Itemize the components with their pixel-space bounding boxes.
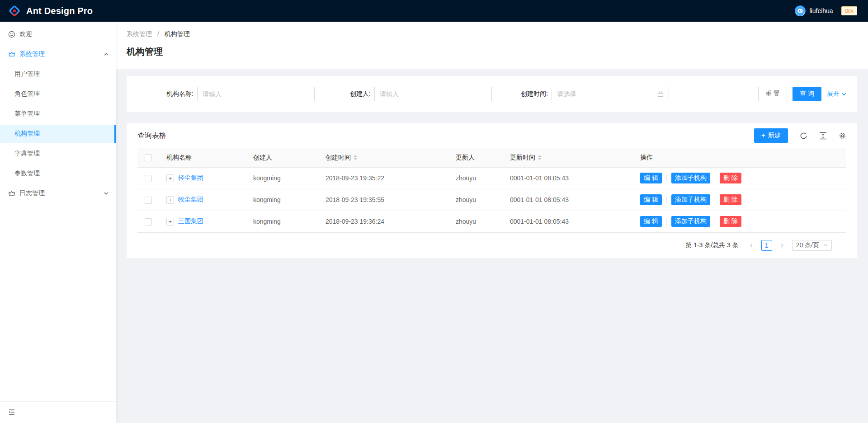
page-size-label: 20 条/页 [796, 241, 819, 249]
table-title: 查询表格 [137, 131, 166, 141]
main-content: 系统管理 / 机构管理 机构管理 机构名称: 创建人: [116, 22, 868, 423]
create-time-picker[interactable] [552, 87, 669, 101]
updater-cell: zhouyu [448, 189, 503, 211]
toolbar-actions: + 新建 [754, 128, 846, 143]
new-button[interactable]: + 新建 [754, 128, 788, 143]
updater-cell: zhouyu [448, 167, 503, 189]
sidebar-item-user-mgmt[interactable]: 用户管理 [0, 65, 116, 83]
search-form: 机构名称: 创建人: 创建时间: [127, 76, 857, 112]
expand-row-button[interactable]: + [166, 196, 174, 204]
env-tag: dev [841, 6, 857, 15]
org-name-link[interactable]: 三国集团 [178, 217, 203, 226]
creator-label: 创建人: [315, 90, 371, 98]
org-name-label: 机构名称: [137, 90, 193, 98]
delete-button[interactable]: 删 除 [720, 194, 741, 205]
app-root: Ant Design Pro liufeihua dev [0, 0, 868, 423]
table-header-row: 机构名称 创建人 创建时间 更新人 更新时间 [137, 148, 846, 167]
query-button[interactable]: 查 询 [793, 87, 821, 101]
creator-cell: kongming [246, 189, 318, 211]
breadcrumb-separator: / [157, 30, 159, 38]
reset-button[interactable]: 重 置 [758, 87, 787, 101]
content-area: 机构名称: 创建人: 创建时间: [116, 69, 868, 269]
table-row: +轻尘集团 kongming 2018-09-23 19:35:22 zhouy… [137, 167, 846, 189]
sidebar-item-org-mgmt[interactable]: 机构管理 [0, 125, 116, 143]
sidebar-item-menu-mgmt[interactable]: 菜单管理 [0, 105, 116, 123]
add-child-org-button[interactable]: 添加子机构 [671, 216, 710, 227]
expand-link[interactable]: 展开 [827, 90, 846, 98]
density-icon[interactable] [819, 132, 827, 140]
next-page-button[interactable] [777, 240, 788, 251]
column-header-updated-at[interactable]: 更新时间 [503, 148, 633, 167]
org-name-input[interactable] [197, 87, 315, 101]
prev-page-button[interactable] [746, 240, 757, 251]
select-all-checkbox[interactable] [145, 154, 152, 161]
action-divider [666, 175, 667, 181]
page-size-select[interactable]: 20 条/页 [792, 240, 832, 251]
page-title: 机构管理 [127, 44, 857, 59]
table-toolbar: 查询表格 + 新建 [127, 123, 857, 148]
chevron-up-icon [104, 52, 108, 56]
create-time-input[interactable] [557, 90, 657, 98]
expand-row-button[interactable]: + [166, 174, 174, 182]
sidebar-item-label: 字典管理 [14, 150, 40, 158]
breadcrumb-item-current: 机构管理 [165, 30, 190, 38]
sidebar-item-label: 菜单管理 [14, 110, 40, 118]
column-header-creator: 创建人 [246, 148, 318, 167]
sort-icons [354, 155, 357, 160]
settings-icon[interactable] [839, 132, 846, 140]
row-checkbox[interactable] [145, 197, 152, 204]
sidebar-item-param-mgmt[interactable]: 参数管理 [0, 164, 116, 183]
new-button-label: 新建 [768, 132, 781, 140]
reload-icon[interactable] [800, 132, 807, 140]
calendar-icon [657, 91, 664, 97]
crown-icon [8, 190, 15, 197]
created-at-cell: 2018-09-23 19:35:22 [318, 167, 448, 189]
sidebar-item-label: 参数管理 [14, 169, 40, 178]
form-item-creator: 创建人: [315, 87, 492, 101]
row-checkbox[interactable] [145, 218, 152, 226]
sidebar-submenu-log[interactable]: 日志管理 [0, 184, 116, 202]
edit-button[interactable]: 编 辑 [640, 194, 662, 205]
action-divider [715, 197, 715, 203]
org-name-link[interactable]: 轻尘集团 [178, 174, 203, 182]
sidebar-item-role-mgmt[interactable]: 角色管理 [0, 85, 116, 103]
creator-cell: kongming [246, 211, 318, 232]
edit-button[interactable]: 编 辑 [640, 173, 662, 183]
page-header: 系统管理 / 机构管理 机构管理 [116, 22, 868, 69]
table-card: 查询表格 + 新建 [127, 123, 857, 258]
user-menu[interactable]: liufeihua dev [795, 5, 857, 16]
form-item-create-time: 创建时间: [492, 87, 669, 101]
expand-row-button[interactable]: + [166, 218, 174, 226]
ant-design-logo-icon [8, 5, 21, 17]
row-checkbox[interactable] [145, 175, 152, 182]
pagination-total: 第 1-3 条/总共 3 条 [685, 241, 738, 249]
edit-button[interactable]: 编 辑 [640, 216, 662, 227]
add-child-org-button[interactable]: 添加子机构 [671, 194, 710, 205]
action-divider [666, 197, 667, 203]
chevron-down-icon [824, 243, 828, 247]
page-1-button[interactable]: 1 [761, 240, 772, 251]
sort-icons [538, 155, 542, 160]
breadcrumb-item-system[interactable]: 系统管理 [127, 30, 152, 38]
sidebar-item-label: 系统管理 [19, 50, 45, 58]
sidebar-item-welcome[interactable]: 欢迎 [0, 25, 116, 43]
creator-input[interactable] [374, 87, 492, 101]
updated-at-cell: 0001-01-01 08:05:43 [503, 211, 633, 232]
delete-button[interactable]: 删 除 [720, 173, 741, 183]
app-title: Ant Design Pro [26, 6, 93, 16]
crown-icon [8, 51, 15, 58]
updater-cell: zhouyu [448, 211, 503, 232]
sidebar-submenu-system[interactable]: 系统管理 [0, 45, 116, 63]
action-divider [715, 175, 715, 181]
delete-button[interactable]: 删 除 [720, 216, 741, 227]
creator-cell: kongming [246, 167, 318, 189]
sidebar-item-dict-mgmt[interactable]: 字典管理 [0, 145, 116, 163]
top-header: Ant Design Pro liufeihua dev [0, 0, 868, 22]
column-header-created-at[interactable]: 创建时间 [318, 148, 448, 167]
menu-fold-icon[interactable] [8, 409, 16, 416]
logo-area[interactable]: Ant Design Pro [8, 5, 93, 17]
avatar [795, 5, 806, 16]
add-child-org-button[interactable]: 添加子机构 [671, 173, 710, 183]
chevron-down-icon [841, 92, 846, 97]
org-name-link[interactable]: 牧尘集团 [178, 196, 203, 204]
